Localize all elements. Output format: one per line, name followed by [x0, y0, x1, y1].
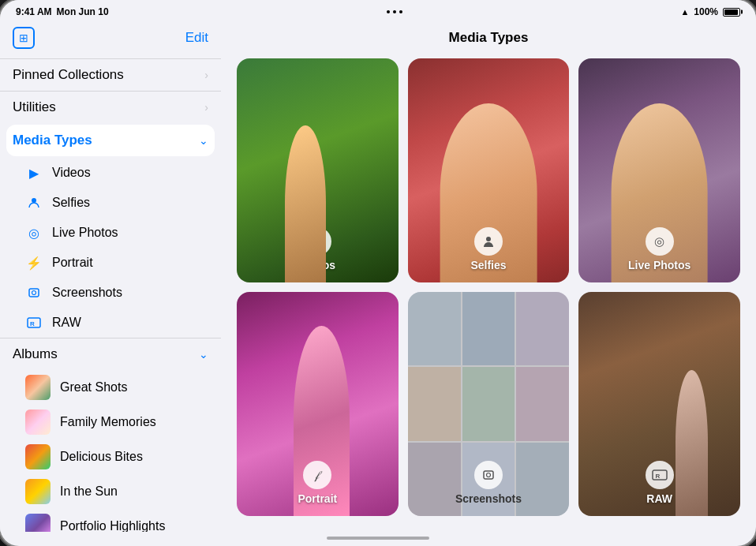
portrait-label-wrap: 𝒻 Portrait: [298, 461, 337, 505]
selfies-cell-label: Selfies: [470, 259, 506, 271]
battery-fill: [724, 9, 738, 15]
status-center: [387, 10, 402, 13]
album-thumb-great-shots: [25, 375, 51, 400]
raw-person-silhouette: [676, 370, 708, 516]
sidebar-item-videos[interactable]: ▶ Videos: [0, 158, 221, 188]
svg-text:R: R: [655, 473, 660, 480]
sidebar-header: ⊞ Edit: [0, 21, 221, 58]
sidebar-item-live-photos[interactable]: ◎ Live Photos: [0, 218, 221, 248]
live-photos-icon: ◎: [25, 224, 43, 241]
screenshots-cell-label: Screenshots: [455, 492, 522, 505]
page-title: Media Types: [237, 21, 740, 58]
sidebar-item-screenshots[interactable]: Screenshots: [0, 278, 221, 308]
album-item-in-the-sun[interactable]: In the Sun: [0, 474, 221, 509]
live-photos-cell-icon: ◎: [646, 227, 674, 256]
album-thumb-family-memories: [25, 410, 51, 435]
videos-cell-bg: Videos: [237, 58, 399, 282]
live-photos-cell-label: Live Photos: [628, 259, 691, 271]
svg-point-8: [486, 473, 490, 477]
home-indicator[interactable]: [327, 537, 429, 540]
albums-section-header[interactable]: Albums ⌄: [0, 338, 221, 370]
selfies-label: Selfies: [52, 196, 90, 210]
album-item-delicious-bites[interactable]: Delicious Bites: [0, 439, 221, 474]
album-thumb-in-the-sun: [25, 479, 51, 504]
live-photos-label: Live Photos: [52, 226, 118, 240]
status-bar: 9:41 AM Mon Jun 10 ▲ 100%: [0, 0, 756, 21]
screenshots-label: Screenshots: [52, 286, 122, 300]
chevron-down-icon: ⌄: [199, 134, 208, 147]
main-area: Media Types Videos: [221, 21, 756, 532]
grid-cell-screenshots[interactable]: Screenshots: [408, 292, 570, 516]
app-content: ⊞ Edit Pinned Collections › Utilities › …: [0, 21, 756, 532]
screenshots-cell-icon: [474, 461, 503, 489]
dot-1: [387, 10, 390, 13]
utilities-label: Utilities: [13, 99, 56, 115]
raw-cell-icon: R: [646, 461, 674, 489]
svg-point-0: [32, 198, 36, 203]
screenshots-label-wrap: Screenshots: [455, 461, 522, 505]
svg-rect-1: [29, 289, 39, 297]
family-memories-label: Family Memories: [60, 415, 156, 429]
album-item-portfolio-highlights[interactable]: Portfolio Highlights: [0, 509, 221, 532]
sidebar: ⊞ Edit Pinned Collections › Utilities › …: [0, 21, 221, 532]
grid-cell-portrait[interactable]: 𝒻 Portrait: [237, 292, 399, 516]
live-photos-label-wrap: ◎ Live Photos: [628, 227, 691, 271]
portrait-cell-icon: 𝒻: [303, 461, 331, 489]
pinned-collections-label: Pinned Collections: [13, 67, 124, 83]
albums-chevron-down-icon: ⌄: [199, 348, 208, 361]
selfies-label-wrap: Selfies: [470, 227, 506, 271]
sidebar-item-media-types[interactable]: Media Types ⌄: [6, 125, 215, 156]
album-thumb-delicious-bites: [25, 444, 51, 469]
album-item-great-shots[interactable]: Great Shots: [0, 370, 221, 405]
svg-point-2: [32, 291, 36, 295]
chevron-right-icon: ›: [204, 69, 208, 81]
sidebar-panel-icon[interactable]: ⊞: [13, 27, 35, 49]
raw-label: RAW: [52, 316, 81, 330]
raw-cell-label: RAW: [646, 492, 672, 505]
portrait-icon: ⚡: [25, 254, 43, 271]
screenshots-overlay: Screenshots: [408, 292, 570, 516]
status-right: ▲ 100%: [680, 6, 740, 17]
raw-label-wrap: R RAW: [646, 461, 674, 505]
svg-point-6: [486, 237, 491, 241]
wifi-icon: ▲: [680, 7, 689, 17]
battery-icon: [723, 8, 740, 17]
sidebar-item-raw[interactable]: R RAW: [0, 308, 221, 338]
screenshots-icon: [25, 284, 43, 301]
sidebar-item-pinned-collections[interactable]: Pinned Collections ›: [0, 58, 221, 91]
raw-icon: R: [25, 314, 43, 331]
status-left: 9:41 AM Mon Jun 10: [16, 6, 109, 17]
raw-cell-bg: R RAW: [578, 292, 740, 516]
videos-person-silhouette: [285, 125, 325, 282]
grid-cell-videos[interactable]: Videos: [237, 58, 399, 282]
grid-cell-live-photos[interactable]: ◎ Live Photos: [578, 58, 740, 282]
delicious-bites-label: Delicious Bites: [60, 450, 143, 464]
grid-cell-raw[interactable]: R RAW: [578, 292, 740, 516]
media-types-label: Media Types: [13, 133, 92, 148]
portrait-cell-bg: 𝒻 Portrait: [237, 292, 399, 516]
in-the-sun-label: In the Sun: [60, 484, 118, 499]
sidebar-item-utilities[interactable]: Utilities ›: [0, 91, 221, 123]
portfolio-highlights-label: Portfolio Highlights: [60, 519, 165, 532]
album-item-family-memories[interactable]: Family Memories: [0, 405, 221, 439]
portrait-label: Portrait: [52, 256, 93, 270]
great-shots-label: Great Shots: [60, 380, 127, 395]
sidebar-item-selfies[interactable]: Selfies: [0, 188, 221, 218]
ipad-frame: 9:41 AM Mon Jun 10 ▲ 100% ⊞ Edit: [0, 0, 756, 546]
dot-2: [393, 10, 396, 13]
sidebar-item-portrait[interactable]: ⚡ Portrait: [0, 248, 221, 278]
edit-button[interactable]: Edit: [185, 30, 208, 46]
battery-percent: 100%: [694, 6, 718, 17]
screenshots-cell-bg: Screenshots: [408, 292, 570, 516]
svg-text:R: R: [30, 320, 35, 327]
chevron-right-icon: ›: [204, 101, 208, 114]
album-thumb-portfolio-highlights: [25, 514, 51, 532]
videos-icon: ▶: [25, 164, 43, 181]
portrait-cell-label: Portrait: [298, 492, 337, 505]
panel-icon-glyph: ⊞: [19, 32, 28, 44]
selfies-icon: [25, 194, 43, 211]
selfies-cell-bg: Selfies: [408, 58, 570, 282]
grid-cell-selfies[interactable]: Selfies: [408, 58, 570, 282]
svg-rect-7: [484, 471, 493, 479]
live-photos-cell-bg: ◎ Live Photos: [578, 58, 740, 282]
